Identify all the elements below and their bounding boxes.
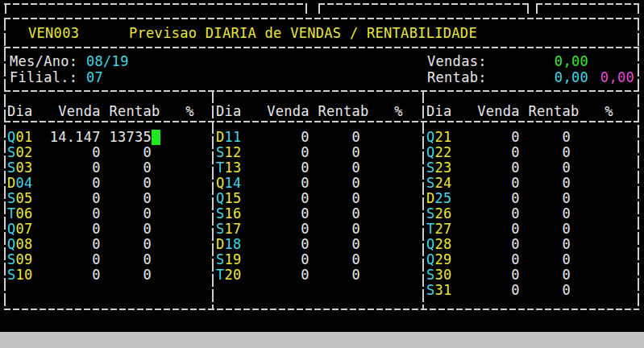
table-row: Q22 0 0 [426,145,571,160]
day-letter: Q [426,129,435,145]
venda-rentab-values: 0 0 [452,129,571,145]
day-letter: Q [426,236,435,252]
day-letter: T [426,221,435,237]
day-letter: Q [426,251,435,267]
day-panel-3: Dia Venda Rentab % Q21 0 0Q22 0 0S23 0 0… [0,0,644,348]
table-row: Q29 0 0 [426,252,571,267]
table-row: S31 0 0 [426,283,571,298]
table-row: S23 0 0 [426,160,571,176]
day-letter: D [426,190,435,206]
day-number: 23 [435,160,452,176]
table-row: T27 0 0 [426,222,571,237]
venda-rentab-values: 0 0 [452,282,571,298]
day-letter: S [426,282,435,298]
day-number: 30 [435,267,452,283]
venda-rentab-values: 0 0 [452,144,571,160]
table-row: D25 0 0 [426,191,571,206]
venda-rentab-values: 0 0 [452,160,571,176]
day-number: 28 [435,236,452,252]
table-row: S26 0 0 [426,206,571,222]
venda-rentab-values: 0 0 [452,221,571,237]
venda-rentab-values: 0 0 [452,251,571,267]
table-row: Q28 0 0 [426,237,571,252]
column-header: Dia Venda Rentab % [426,104,613,119]
terminal-screen: VEN003 Previsao DIARIA de VENDAS / RENTA… [0,0,644,348]
day-letter: S [426,160,435,176]
day-number: 24 [435,175,452,191]
window-bottom-bar [0,332,644,348]
day-number: 26 [435,205,452,222]
day-number: 22 [435,144,452,160]
venda-rentab-values: 0 0 [452,205,571,222]
table-row: S30 0 0 [426,267,571,283]
day-number: 27 [435,221,452,237]
venda-rentab-values: 0 0 [452,236,571,252]
day-letter: S [426,205,435,222]
day-number: 31 [435,282,452,298]
day-number: 25 [435,190,452,206]
venda-rentab-values: 0 0 [452,175,571,191]
day-letter: Q [426,144,435,160]
table-row: S24 0 0 [426,176,571,191]
table-row: Q21 0 0 [426,130,571,145]
day-number: 21 [435,129,452,145]
day-number: 29 [435,251,452,267]
venda-rentab-values: 0 0 [452,267,571,283]
venda-rentab-values: 0 0 [452,190,571,206]
day-letter: S [426,267,435,283]
day-letter: S [426,175,435,191]
